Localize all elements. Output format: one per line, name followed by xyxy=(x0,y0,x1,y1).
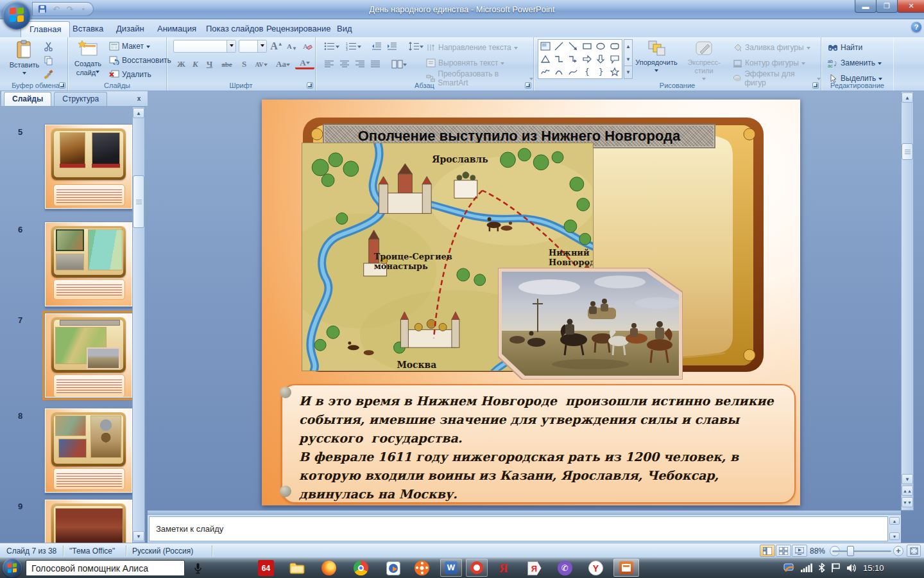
shape-callout-icon[interactable] xyxy=(610,54,620,64)
normal-view-button[interactable] xyxy=(760,545,775,557)
find-button[interactable]: Найти xyxy=(828,41,862,54)
shape-rounded-rectangle-icon[interactable] xyxy=(610,41,620,51)
next-slide-button[interactable]: ▼▼ xyxy=(902,497,913,507)
shape-scribble-icon[interactable] xyxy=(540,67,551,77)
italic-button[interactable]: К xyxy=(189,58,202,71)
shapes-gallery-scrollbar[interactable]: ▲ ▼ ▼ xyxy=(624,39,633,79)
decrease-indent-button[interactable] xyxy=(370,40,384,53)
tab-outline[interactable]: Структура xyxy=(54,92,107,106)
slideshow-view-button[interactable] xyxy=(792,545,807,557)
fit-to-window-button[interactable] xyxy=(907,545,921,557)
pane-scroll-down-icon[interactable]: ▼ xyxy=(133,531,144,541)
yandex-icon[interactable]: Я xyxy=(495,560,511,576)
notes-scroll-up-icon[interactable]: ▲ xyxy=(889,517,900,525)
media-player-icon[interactable] xyxy=(385,560,401,576)
shape-arrow-icon[interactable] xyxy=(568,41,578,51)
format-painter-button[interactable] xyxy=(44,68,53,81)
badge-64-icon[interactable]: 64 xyxy=(258,560,274,576)
shape-textbox-icon[interactable] xyxy=(540,41,551,51)
layout-button[interactable]: Макет xyxy=(109,40,150,53)
line-spacing-button[interactable] xyxy=(406,40,426,53)
network-signal-icon[interactable] xyxy=(801,563,812,572)
shrink-font-button[interactable]: A▼ xyxy=(285,40,299,53)
columns-button[interactable] xyxy=(389,58,409,71)
bullets-button[interactable] xyxy=(322,40,341,53)
shapes-scroll-up-icon[interactable]: ▲ xyxy=(624,40,632,53)
replace-button[interactable]: abac Заменить xyxy=(828,57,882,69)
editor-scrollbar[interactable]: ▲ ▼ ▲▲ ▼▼ xyxy=(901,91,914,511)
volume-icon[interactable] xyxy=(846,563,857,573)
drawing-dialog-launcher[interactable] xyxy=(812,82,819,89)
yandex-browser-icon[interactable]: Y xyxy=(588,560,604,576)
help-button[interactable]: ? xyxy=(911,22,921,32)
media-app-icon[interactable] xyxy=(414,560,430,576)
shape-line-icon[interactable] xyxy=(554,41,564,51)
shape-outline-button[interactable]: Контур фигуры xyxy=(733,57,805,69)
restore-button[interactable]: ❐ xyxy=(876,0,898,13)
quick-styles-button[interactable]: Экспресс-стили xyxy=(680,39,728,84)
previous-slide-button[interactable]: ▲▲ xyxy=(902,486,913,496)
notes-textarea[interactable]: Заметки к слайду xyxy=(149,516,888,541)
tab-slides-thumbnails[interactable]: Слайды xyxy=(4,92,51,106)
shape-fill-button[interactable]: Заливка фигуры xyxy=(733,41,810,54)
shape-left-brace-icon[interactable]: { xyxy=(585,67,589,76)
slide-thumbnail-9[interactable] xyxy=(44,499,132,543)
clear-formatting-button[interactable]: A xyxy=(300,40,314,53)
numbering-button[interactable]: 123 xyxy=(344,40,363,53)
character-spacing-button[interactable]: AV xyxy=(252,58,271,71)
shape-right-arrow-icon[interactable] xyxy=(582,54,592,64)
change-case-button[interactable]: Aa xyxy=(273,58,293,71)
status-language[interactable]: Русский (Россия) xyxy=(132,547,193,556)
microphone-icon[interactable] xyxy=(190,560,206,576)
updater-tray-icon[interactable] xyxy=(783,563,795,573)
bluetooth-icon[interactable] xyxy=(818,563,825,573)
shapes-gallery[interactable]: { } xyxy=(538,39,622,79)
viber-icon[interactable]: ✆ xyxy=(557,560,573,576)
zoom-in-button[interactable]: + xyxy=(893,546,903,556)
new-slide-button[interactable]: Создать слайд xyxy=(71,39,105,77)
shape-rectangle-icon[interactable] xyxy=(582,41,592,51)
shape-elbow-icon[interactable] xyxy=(554,54,564,64)
close-pane-button[interactable]: x xyxy=(134,94,144,103)
font-size-combobox[interactable] xyxy=(239,40,267,53)
align-right-button[interactable] xyxy=(353,58,367,71)
increase-indent-button[interactable] xyxy=(385,40,399,53)
slide-thumbnail-7-selected[interactable] xyxy=(44,313,132,398)
shape-down-arrow-icon[interactable] xyxy=(595,54,606,64)
office-button[interactable] xyxy=(3,1,31,30)
tab-design[interactable]: Дизайн xyxy=(108,21,153,37)
notes-splitter[interactable] xyxy=(148,511,901,515)
editor-scroll-down-icon[interactable]: ▼ xyxy=(902,474,913,484)
file-explorer-icon[interactable] xyxy=(289,560,305,576)
copy-button[interactable] xyxy=(44,54,53,67)
tab-insert[interactable]: Вставка xyxy=(64,21,112,37)
paragraph-dialog-launcher[interactable] xyxy=(525,82,531,89)
slide-canvas[interactable]: Ополчение выступило из Нижнего Новгорода xyxy=(262,100,800,505)
minimize-button[interactable]: ▬ xyxy=(855,0,877,13)
font-size-caret-icon[interactable] xyxy=(257,40,266,52)
militia-painting-image[interactable] xyxy=(498,268,683,380)
shape-oval-icon[interactable] xyxy=(595,41,606,51)
grow-font-button[interactable]: A▲ xyxy=(270,40,284,53)
status-theme[interactable]: "Тема Office" xyxy=(69,547,115,556)
paste-button[interactable]: Вставить xyxy=(9,39,40,78)
reset-slide-button[interactable]: Восстановить xyxy=(109,54,171,67)
editor-scroll-up-icon[interactable]: ▲ xyxy=(902,92,913,103)
bold-button[interactable]: Ж xyxy=(175,58,188,71)
slide-thumbnail-8[interactable] xyxy=(44,408,132,493)
slide-thumbnail-5[interactable] xyxy=(44,124,132,209)
align-left-button[interactable] xyxy=(322,58,336,71)
firefox-icon[interactable] xyxy=(321,560,337,576)
shapes-more-icon[interactable]: ▼ xyxy=(624,66,632,78)
justify-button[interactable] xyxy=(368,58,382,71)
shape-triangle-icon[interactable] xyxy=(540,54,551,64)
taskbar-search-input[interactable]: Голосовой помощник Алиса xyxy=(26,560,185,576)
powerpoint-taskbar-button-active[interactable] xyxy=(613,559,639,577)
shape-elbow-arrow-icon[interactable] xyxy=(568,54,578,64)
tab-review[interactable]: Рецензирование xyxy=(258,21,339,37)
underline-button[interactable]: Ч xyxy=(203,58,216,71)
opera-taskbar-button[interactable] xyxy=(466,559,488,577)
word-taskbar-button[interactable]: W xyxy=(440,559,462,577)
text-shadow-button[interactable]: S xyxy=(237,58,251,71)
delete-slide-button[interactable]: Удалить xyxy=(109,68,151,81)
